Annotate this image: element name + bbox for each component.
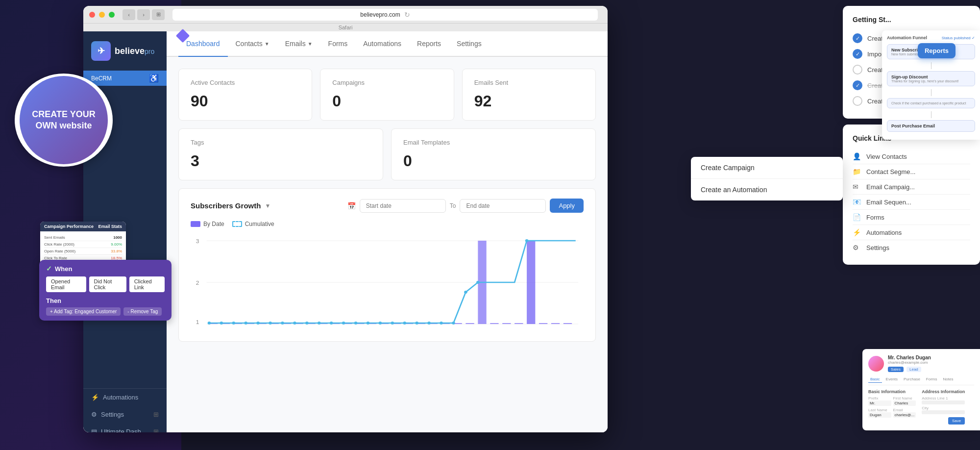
svg-point-38 (220, 322, 223, 325)
quick-links-card: Quick Links 👤 View Contacts 📁 Contact Se… (843, 125, 980, 265)
sidebar-item-ultimate-dash[interactable]: ▤ Ultimate Dash... ⊞ (83, 423, 167, 432)
chart-card: Subscribers Growth ▼ 📅 To Apply (178, 188, 596, 342)
ql-settings[interactable]: ⚙ Settings (853, 240, 970, 255)
automation-funnel-title: Automation Funnel (887, 35, 927, 40)
ql-forms[interactable]: 📄 Forms (853, 210, 970, 225)
svg-point-47 (330, 322, 333, 325)
svg-point-54 (415, 322, 418, 325)
svg-point-43 (281, 322, 284, 325)
ql-contact-segments[interactable]: 📁 Contact Segme... (853, 164, 970, 179)
svg-point-60 (525, 239, 529, 242)
main-content: Dashboard Contacts ▼ Emails ▼ Forms Auto… (167, 31, 608, 432)
forward-button[interactable]: › (137, 9, 150, 20)
tags-value: 3 (191, 152, 371, 170)
chart-title-group: Subscribers Growth ▼ (191, 201, 270, 210)
create-automation-item[interactable]: Create an Automation (691, 179, 843, 200)
sidebar-item-automations[interactable]: ⚡ Automations (83, 389, 167, 406)
ql-view-contacts[interactable]: 👤 View Contacts (853, 149, 970, 164)
svg-point-44 (293, 322, 296, 325)
apply-button[interactable]: Apply (550, 199, 584, 213)
opened-email-button[interactable]: Opened Email (46, 276, 86, 292)
ql-forms-label: Forms (866, 214, 884, 221)
add-tag-item: + Add Tag: Engaged Customer (46, 307, 121, 316)
chart-dropdown-icon[interactable]: ▼ (265, 202, 270, 209)
campaigns-label: Campaigns (332, 79, 441, 86)
sales-tag: Sales (888, 367, 904, 372)
ql-email-campaigns[interactable]: ✉ Email Campaig... (853, 179, 970, 195)
legend-by-date-label: By Date (203, 221, 224, 227)
svg-point-57 (452, 322, 455, 325)
view-button[interactable]: ⊞ (152, 9, 165, 20)
address-info-section: Address Information Address Line 1 City … (922, 389, 965, 425)
clicked-link-button[interactable]: Clicked Link (129, 276, 165, 292)
ultimate-dash-icon: ▤ (91, 428, 97, 432)
tab-reports[interactable]: Reports (409, 31, 449, 57)
legend-cumulative-color (232, 221, 242, 227)
tab-contacts[interactable]: Contacts ▼ (228, 31, 277, 57)
contact-tab-purchase[interactable]: Purchase (902, 376, 922, 383)
create-automation-label: Create an Automation (701, 186, 767, 194)
active-contacts-value: 90 (191, 92, 300, 110)
refresh-icon[interactable]: ↻ (404, 11, 410, 19)
save-contact-button[interactable]: Save (948, 417, 965, 425)
svg-point-50 (367, 322, 370, 325)
automations-icon: ⚡ (91, 394, 99, 401)
create-website-text: CREATE YOUR OWN website (20, 76, 108, 164)
contact-tab-forms[interactable]: Forms (924, 376, 939, 383)
emails-sent-label: Emails Sent (474, 79, 584, 86)
firstname-field: First Name Charles (893, 396, 916, 406)
start-date-input[interactable] (360, 199, 446, 213)
sidebar-automations-label: Automations (103, 394, 138, 401)
create-campaign-item[interactable]: Create Campaign (691, 157, 843, 179)
svg-rect-36 (564, 323, 572, 324)
ql-email-sequences[interactable]: 📧 Email Sequen... (853, 195, 970, 210)
tab-settings[interactable]: Settings (449, 31, 490, 57)
city-label: City (922, 406, 965, 410)
auto-connector-2 (931, 89, 931, 96)
tab-automations[interactable]: Automations (355, 31, 409, 57)
sidebar-item-settings[interactable]: ⚙ Settings ⊞ (83, 406, 167, 423)
auto-connector-1 (931, 62, 931, 69)
create-campaign-label: Create Campaign (701, 164, 755, 172)
create-dropdown: Create Campaign Create an Automation (691, 157, 843, 200)
open-rate-label: Open Rate (5000) (44, 249, 75, 253)
accessibility-icon: ♿ (149, 74, 159, 83)
email-sequence-icon: 📧 (853, 198, 861, 206)
basic-info-section: Basic Information Prefix Mr. First Name … (868, 389, 916, 425)
address-bar[interactable]: believepro.com ↻ (172, 9, 598, 21)
legend-cumulative-label: Cumulative (245, 221, 274, 227)
contact-subtitle: charles@example.com (888, 360, 931, 365)
svg-point-39 (232, 322, 236, 325)
sidebar-ultimate-dash-label: Ultimate Dash... (101, 428, 146, 432)
open-rate-value: 33.8% (111, 249, 122, 253)
svg-point-41 (256, 322, 260, 325)
did-not-click-button[interactable]: Did Not Click (89, 276, 126, 292)
ql-view-contacts-label: View Contacts (866, 153, 907, 160)
address-value-1 (922, 400, 965, 404)
tab-emails[interactable]: Emails ▼ (277, 31, 320, 57)
ql-automations[interactable]: ⚡ Automations (853, 225, 970, 240)
back-button[interactable]: ‹ (122, 9, 135, 20)
getting-started-title: Getting St... (853, 16, 970, 24)
svg-point-49 (354, 322, 358, 325)
maximize-button[interactable] (109, 12, 115, 18)
campaigns-value: 0 (332, 92, 441, 110)
minimize-button[interactable] (99, 12, 105, 18)
tags-label: Tags (191, 139, 371, 146)
svg-point-55 (427, 322, 431, 325)
lastname-field: Last Name Dugan (868, 408, 891, 418)
contact-tab-basic[interactable]: Basic (868, 376, 882, 383)
remove-tag-item: - Remove Tag (123, 307, 162, 316)
stat-campaigns: Campaigns 0 (320, 69, 454, 121)
gs-check-automation: ✓ (853, 80, 862, 90)
close-button[interactable] (89, 12, 95, 18)
svg-rect-35 (551, 323, 560, 324)
contact-tab-events[interactable]: Events (884, 376, 900, 383)
end-date-input[interactable] (460, 199, 546, 213)
contact-tab-notes[interactable]: Notes (941, 376, 956, 383)
svg-rect-30 (490, 323, 498, 324)
tab-forms[interactable]: Forms (320, 31, 356, 57)
email-templates-value: 0 (403, 152, 584, 170)
stats-row-1: Active Contacts 90 Campaigns 0 Emails Se… (178, 69, 596, 121)
sent-emails-row: Sent Emails 1000 (44, 234, 122, 241)
